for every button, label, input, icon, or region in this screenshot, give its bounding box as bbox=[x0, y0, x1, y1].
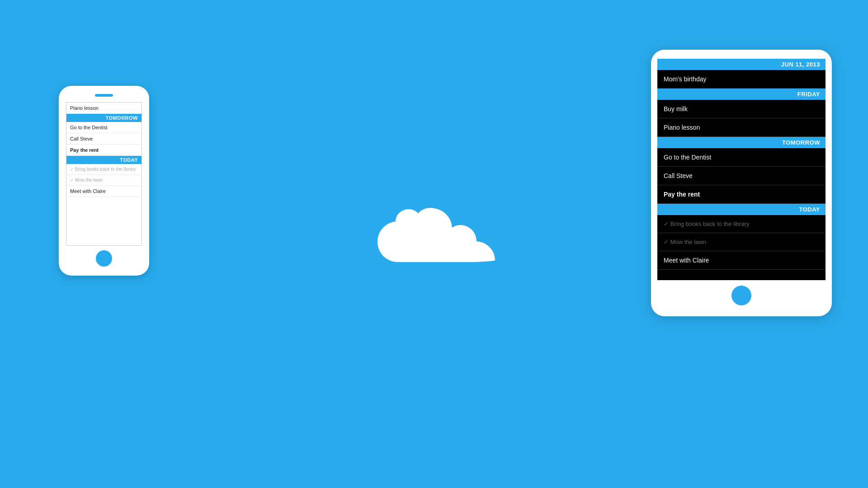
phone-section-header: TODAY bbox=[66, 156, 142, 164]
tablet-list-item[interactable]: Mom's birthday bbox=[657, 70, 826, 89]
cloud-icon bbox=[371, 208, 497, 280]
tablet-section-header: TODAY bbox=[657, 204, 826, 215]
tablet-list-item[interactable]: Pay the rent bbox=[657, 185, 826, 204]
tablet-list-item[interactable]: Buy milk bbox=[657, 100, 826, 118]
tablet-list-item[interactable]: Go to the Dentist bbox=[657, 148, 826, 167]
phone-screen: Piano lessonTOMORROWGo to the DentistCal… bbox=[66, 102, 142, 246]
tablet-list-item[interactable]: Call Steve bbox=[657, 167, 826, 185]
phone-list-item[interactable]: Mow the lawn bbox=[66, 175, 142, 186]
phone-section-header: TOMORROW bbox=[66, 114, 142, 122]
phone-list-item[interactable]: Go to the Dentist bbox=[66, 122, 142, 133]
tablet-list-item[interactable]: Bring books back to the library bbox=[657, 215, 826, 233]
phone-home-button[interactable] bbox=[96, 250, 112, 267]
tablet-section-header: FRIDAY bbox=[657, 89, 826, 100]
tablet-list-item[interactable]: Mow the lawn bbox=[657, 233, 826, 251]
phone-list-item[interactable]: Bring books back to the library bbox=[66, 164, 142, 175]
tablet-section-header: JUN 11, 2013 bbox=[657, 59, 826, 70]
phone-list-item[interactable]: Pay the rent bbox=[66, 145, 142, 156]
tablet-section-header: TOMORROW bbox=[657, 137, 826, 148]
phone-list-item[interactable]: Piano lesson bbox=[66, 103, 142, 114]
phone-speaker bbox=[95, 94, 113, 97]
tablet-device: JUN 11, 2013Mom's birthdayFRIDAYBuy milk… bbox=[651, 50, 832, 316]
tablet-home-button[interactable] bbox=[731, 286, 751, 305]
tablet-list-item[interactable]: Piano lesson bbox=[657, 118, 826, 137]
phone-list-item[interactable]: Meet with Claire bbox=[66, 186, 142, 197]
tablet-list-item[interactable]: Meet with Claire bbox=[657, 251, 826, 270]
phone-list-item[interactable]: Call Steve bbox=[66, 133, 142, 145]
phone-device: Piano lessonTOMORROWGo to the DentistCal… bbox=[59, 86, 149, 276]
tablet-screen: JUN 11, 2013Mom's birthdayFRIDAYBuy milk… bbox=[657, 59, 826, 280]
